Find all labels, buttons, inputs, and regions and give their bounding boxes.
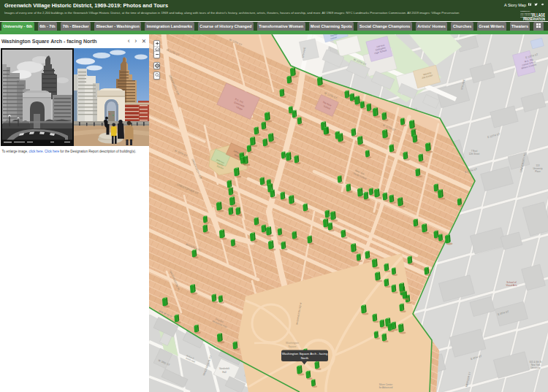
svg-text:North: North	[301, 356, 309, 360]
svg-text:University: University	[530, 366, 541, 369]
svg-text:Place: Place	[535, 170, 541, 173]
svg-text:Visual Arts: Visual Arts	[506, 284, 517, 287]
svg-text:for Advanced: for Advanced	[379, 386, 393, 389]
svg-text:12th Street: 12th Street	[469, 153, 480, 155]
svg-text:Washington Square Arch - facin: Washington Square Arch - facing	[282, 352, 328, 356]
svg-text:Vanderbilt: Vanderbilt	[219, 367, 229, 370]
svg-text:Square: Square	[289, 345, 297, 348]
svg-text:Hall: Hall	[222, 371, 227, 374]
svg-text:PRESERVATION: PRESERVATION	[523, 18, 545, 21]
svg-text:Washington: Washington	[286, 342, 299, 345]
